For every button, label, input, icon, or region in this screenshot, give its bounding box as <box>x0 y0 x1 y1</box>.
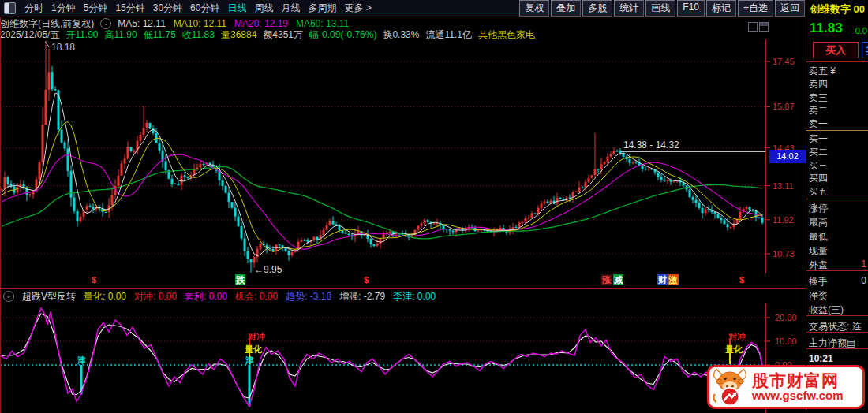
bid-level: 买五 <box>809 185 828 199</box>
price-axis-label: 11.92 <box>773 215 794 225</box>
floor-marker: 激 <box>668 274 679 285</box>
bid-level: 买三 <box>809 159 828 173</box>
ask-level: 卖一 <box>809 117 828 131</box>
period-tabs: 分时1分钟5分钟15分钟30分钟60分钟日线周线月线多周期更多 > <box>21 2 376 15</box>
indicator-axis-label: 10.00 <box>775 337 797 346</box>
period-tab-1分钟[interactable]: 1分钟 <box>51 2 76 15</box>
day-quote-token: 流通11.1亿 <box>425 29 471 40</box>
ma-readout: MA20: 12.19 <box>234 18 288 29</box>
app-logo-icon[interactable] <box>4 2 16 14</box>
floor-marker: $ <box>91 274 97 285</box>
indicator-readout-套利: 套利: 0.00 <box>185 290 227 303</box>
quote-row-value: 0 <box>861 275 866 286</box>
day-quote-token: 高11.90 <box>105 29 137 40</box>
toolbar-button-统计[interactable]: 统计 <box>614 0 644 17</box>
cursor-price-box: 14.02 <box>769 150 806 163</box>
indicator-main-line <box>0 308 765 407</box>
period-tab-30分钟[interactable]: 30分钟 <box>153 2 182 15</box>
logo-url: www.gscfw.com <box>752 389 844 402</box>
price-axis-label: 10.73 <box>773 249 795 259</box>
day-quote-token: 开11.90 <box>65 29 98 40</box>
bid-level: 买四 <box>809 172 828 185</box>
quote-panel-separator <box>806 270 868 271</box>
price-axis-label: 13.11 <box>773 181 794 191</box>
window-split-icon[interactable] <box>759 22 769 32</box>
quote-panel-separator <box>806 61 868 62</box>
quote-field: 涨停 <box>809 202 828 215</box>
ask-level: 卖五 ¥ <box>809 65 836 78</box>
ask-level: 卖三 <box>809 91 828 105</box>
window-restore-icon[interactable] <box>748 22 758 32</box>
chart-info-line: 创维数字(日线,前复权) ⌄ MA5: 12.11MA10: 12.11MA20… <box>0 18 764 29</box>
quote-field: 换手 <box>809 275 828 288</box>
period-tab-多周期[interactable]: 多周期 <box>308 2 336 15</box>
quote-field: 最低 <box>809 230 828 244</box>
day-quote-token: 低11.75 <box>144 29 176 40</box>
indicator-signal-label: 量化 <box>725 344 743 354</box>
indicator-signal-label: 对冲 <box>247 332 265 341</box>
ma-readout: MA60: 13.11 <box>296 18 349 29</box>
price-axis-label: 17.45 <box>773 57 795 66</box>
watermark-logo: 股市财富网 www.gscfw.com <box>707 365 865 409</box>
period-tab-15分钟[interactable]: 15分钟 <box>115 2 144 15</box>
indicator-name: 超跌V型反转 <box>22 290 76 303</box>
candlestick-chart[interactable]: 17.4515.8714.4313.1111.9210.7314.38 - 14… <box>0 39 806 273</box>
day-quote-token: 幅-0.09(-0.76%) <box>309 29 376 40</box>
price-axis-label: 15.87 <box>773 102 795 111</box>
indicator-readout-趋势: 趋势: -3.18 <box>286 290 331 303</box>
collapse-chevron-icon[interactable]: ⌄ <box>100 18 111 29</box>
floor-marker: 财 <box>657 274 668 285</box>
indicator-axis-label: 20.00 <box>775 313 797 322</box>
toolbar-button-多股[interactable]: 多股 <box>582 0 612 17</box>
quote-panel-separator <box>806 348 868 349</box>
day-quote-token: 2025/12/05/五 <box>0 29 59 40</box>
indicator-readout-量化: 量化: 0.00 <box>84 290 126 303</box>
sell-button[interactable]: 卖 <box>862 42 868 58</box>
quote-panel: 创维数字 00 11.83 -0.0 买入 卖 卖五 ¥卖四卖三卖二卖一买一买二… <box>806 0 868 413</box>
indicator-signal-label: 量化 <box>245 344 263 354</box>
toolbar-button-复权[interactable]: 复权 <box>519 0 549 17</box>
toolbar-button-返回[interactable]: 返回 <box>775 0 805 17</box>
quote-row-value: 1 <box>861 259 866 270</box>
ma-readouts: MA5: 12.11MA10: 12.11MA20: 12.19MA60: 13… <box>118 18 349 29</box>
peak-annotation: 18.18 <box>51 42 75 53</box>
day-quote-line: 2025/12/05/五开11.90高11.90低11.75收11.83量368… <box>0 29 764 40</box>
floor-marker: $ <box>363 274 369 285</box>
floor-marker: 跌 <box>235 274 245 285</box>
period-tab-分时[interactable]: 分时 <box>24 2 43 15</box>
indicator-header: ⌄ 超跌V型反转 量化: 0.00对冲: 0.00套利: 0.00机会: 0.0… <box>0 290 805 303</box>
period-tab-60分钟[interactable]: 60分钟 <box>190 2 219 15</box>
trading-app-window: 分时1分钟5分钟15分钟30分钟60分钟日线周线月线多周期更多 > 复权叠加多股… <box>0 0 868 413</box>
day-quote-token: 其他黑色家电 <box>478 29 535 40</box>
indicator-chart[interactable]: 20.0010.000.00津对冲量化津对冲量化 <box>0 303 806 413</box>
indicator-chevron-icon[interactable]: ⌄ <box>3 291 14 302</box>
quote-panel-separator <box>806 332 868 333</box>
bull-icon <box>709 366 750 407</box>
toolbar-button-+自选[interactable]: +自选 <box>738 0 773 17</box>
period-tab-周线[interactable]: 周线 <box>254 2 273 15</box>
period-tab-5分钟[interactable]: 5分钟 <box>84 2 108 15</box>
period-tab-日线[interactable]: 日线 <box>227 2 246 15</box>
logo-title: 股市财富网 <box>752 372 844 389</box>
period-tab-更多 >[interactable]: 更多 > <box>344 2 371 15</box>
buy-button[interactable]: 买入 <box>813 42 859 58</box>
ma-readout: MA5: 12.11 <box>118 18 165 29</box>
day-quote-token: 换0.33% <box>383 29 419 40</box>
indicator-signal-label: 津 <box>77 355 86 365</box>
period-tab-月线[interactable]: 月线 <box>281 2 300 15</box>
ma-readout: MA10: 12.11 <box>174 18 226 29</box>
quote-field: 现量 <box>809 244 828 258</box>
ma-line-MA60 <box>2 166 762 239</box>
toolbar-button-画线[interactable]: 画线 <box>645 0 675 17</box>
last-price: 11.83 <box>810 20 843 36</box>
indicator-readout-增强: 增强: -2.79 <box>339 290 385 303</box>
low-annotation: ←9.95 <box>254 264 282 273</box>
stock-name: 创维数字 00 <box>810 2 865 17</box>
toolbar-button-F10[interactable]: F10 <box>677 0 705 17</box>
toolbar-button-叠加[interactable]: 叠加 <box>551 0 581 17</box>
indicator-readouts: 量化: 0.00对冲: 0.00套利: 0.00机会: 0.00趋势: -3.1… <box>84 290 436 303</box>
quote-field: 10:21 <box>809 353 833 364</box>
chart-title: 创维数字(日线,前复权) <box>0 18 94 29</box>
indicator-readout-李津: 李津: 0.00 <box>393 290 436 303</box>
toolbar-button-标记[interactable]: 标记 <box>706 0 736 17</box>
